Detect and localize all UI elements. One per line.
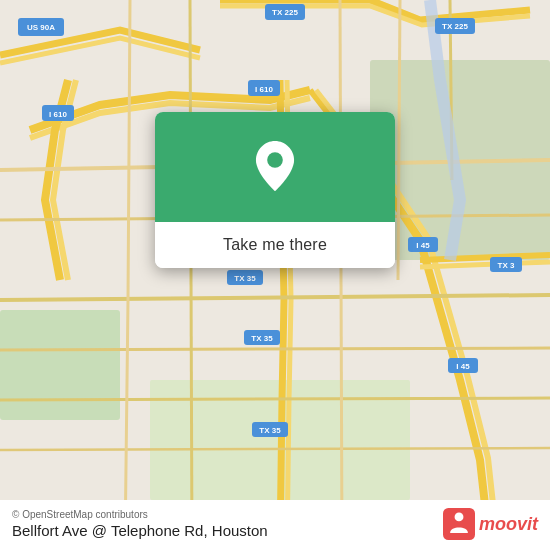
location-pin-icon — [249, 141, 301, 193]
svg-text:I 610: I 610 — [49, 110, 67, 119]
moovit-icon — [443, 508, 475, 540]
svg-text:TX 225: TX 225 — [272, 8, 298, 17]
popup-card: Take me there — [155, 112, 395, 268]
svg-text:TX 225: TX 225 — [442, 22, 468, 31]
map-container: US 90A TX 225 TX 225 I 610 I 610 TX 35 T… — [0, 0, 550, 550]
moovit-text: moovit — [479, 514, 538, 535]
svg-text:TX 35: TX 35 — [251, 334, 273, 343]
svg-text:I 45: I 45 — [456, 362, 470, 371]
svg-point-29 — [455, 512, 464, 521]
svg-text:I 45: I 45 — [416, 241, 430, 250]
map-attribution: © OpenStreetMap contributors — [12, 509, 268, 520]
bottom-bar-info: © OpenStreetMap contributors Bellfort Av… — [12, 509, 268, 539]
svg-text:TX 35: TX 35 — [259, 426, 281, 435]
moovit-logo: moovit — [443, 508, 538, 540]
svg-text:TX 35: TX 35 — [234, 274, 256, 283]
svg-point-27 — [267, 152, 283, 168]
svg-text:TX 3: TX 3 — [498, 261, 515, 270]
location-name: Bellfort Ave @ Telephone Rd, Houston — [12, 522, 268, 539]
popup-header — [155, 112, 395, 222]
take-me-there-button[interactable]: Take me there — [155, 222, 395, 268]
bottom-bar: © OpenStreetMap contributors Bellfort Av… — [0, 500, 550, 550]
svg-text:US 90A: US 90A — [27, 23, 55, 32]
svg-text:I 610: I 610 — [255, 85, 273, 94]
svg-rect-2 — [0, 310, 120, 420]
